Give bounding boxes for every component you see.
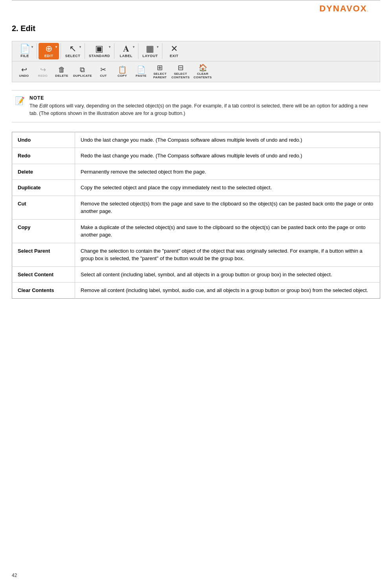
toolbar-btn2-cut[interactable]: ✂CUT: [94, 65, 113, 79]
redo-label2: REDO: [38, 74, 48, 78]
table-term: Clear Contents: [12, 283, 75, 299]
toolbar-row-2: ↩UNDO↪REDO🗑DELETE⧉DUPLICATE✂CUT📋COPY📄PAS…: [12, 61, 380, 82]
content-table: UndoUndo the last change you made. (The …: [12, 132, 380, 299]
table-definition: Select all content (including label, sym…: [75, 266, 380, 283]
file-dropdown-arrow: ▼: [31, 45, 34, 49]
toolbar-btn2-select_parent[interactable]: ⊞SELECT PARENT: [151, 63, 169, 80]
toolbar-btn-layout[interactable]: ▦▼LAYOUT: [140, 43, 160, 59]
divider-after-edit: [61, 43, 61, 59]
table-term: Redo: [12, 148, 75, 164]
copy-label2: COPY: [118, 74, 127, 78]
divider-after-standard: [114, 43, 114, 59]
toolbar-row-1: 📄▼FILE⊕▼EDIT↖▼SELECT▣▼STANDARD𝐀▼LABEL▦▼L…: [12, 41, 380, 61]
select-icon: ↖: [69, 44, 76, 53]
toolbar-btn2-select_contents[interactable]: ⊟SELECT CONTENTS: [169, 63, 191, 80]
note-section: 📝 Note The Edit options will vary, depen…: [12, 90, 380, 122]
table-definition: Undo the last change you made. (The Comp…: [75, 132, 380, 148]
table-term: Delete: [12, 164, 75, 180]
clear_contents-icon2: 🏠: [199, 64, 207, 71]
divider-after-select: [85, 43, 85, 59]
table-definition: Redo the last change you made. (The Comp…: [75, 148, 380, 164]
table-row: Clear ContentsRemove all content (includ…: [12, 283, 380, 299]
layout-icon: ▦: [146, 44, 154, 53]
logo-dot: .: [367, 7, 368, 13]
duplicate-icon2: ⧉: [80, 66, 85, 73]
table-row: Select ContentSelect all content (includ…: [12, 266, 380, 283]
toolbar-btn-select[interactable]: ↖▼SELECT: [63, 43, 83, 59]
toolbar-btn-label[interactable]: 𝐀▼LABEL: [116, 43, 136, 59]
table-definition: Change the selection to contain the "par…: [75, 243, 380, 266]
table-term: Select Content: [12, 266, 75, 283]
redo-icon2: ↪: [40, 66, 46, 73]
table-term: Duplicate: [12, 180, 75, 196]
select_parent-label2: SELECT PARENT: [153, 72, 167, 79]
table-row: CutRemove the selected object(s) from th…: [12, 196, 380, 219]
undo-icon2: ↩: [21, 66, 27, 73]
layout-dropdown-arrow: ▼: [156, 45, 159, 49]
toolbar-btn-exit[interactable]: ✕EXIT: [164, 43, 184, 59]
table-term: Copy: [12, 219, 75, 243]
paste-icon2: 📄: [137, 66, 145, 73]
note-icon: 📝: [15, 96, 25, 105]
table-row: DuplicateCopy the selected object and pl…: [12, 180, 380, 196]
toolbar-btn2-delete[interactable]: 🗑DELETE: [52, 65, 71, 79]
exit-icon: ✕: [171, 44, 178, 53]
toolbar-btn2-copy[interactable]: 📋COPY: [113, 65, 132, 79]
cut-icon2: ✂: [100, 66, 106, 73]
table-definition: Remove all content (including label, sym…: [75, 283, 380, 299]
delete-icon2: 🗑: [58, 66, 65, 73]
standard-icon: ▣: [95, 44, 103, 53]
file-icon: 📄: [20, 44, 30, 53]
clear_contents-label2: CLEAR CONTENTS: [193, 72, 212, 79]
table-row: UndoUndo the last change you made. (The …: [12, 132, 380, 148]
toolbar-btn-edit[interactable]: ⊕▼EDIT: [39, 43, 59, 59]
toolbar-container: 📄▼FILE⊕▼EDIT↖▼SELECT▣▼STANDARD𝐀▼LABEL▦▼L…: [12, 41, 380, 82]
logo: DYNAVOX.: [319, 4, 368, 14]
standard-dropdown-arrow: ▼: [108, 45, 111, 49]
paste-label2: PASTE: [136, 74, 147, 78]
page-number: 42: [12, 573, 17, 578]
table-term: Undo: [12, 132, 75, 148]
table-definition: Copy the selected object and place the c…: [75, 180, 380, 196]
label-dropdown-arrow: ▼: [132, 45, 135, 49]
page-header: 2. Edit: [12, 24, 380, 33]
toolbar-btn2-duplicate[interactable]: ⧉DUPLICATE: [71, 65, 94, 79]
edit-label: EDIT: [44, 54, 53, 58]
table-row: RedoRedo the last change you made. (The …: [12, 148, 380, 164]
undo-label2: UNDO: [19, 74, 29, 78]
toolbar-btn2-paste[interactable]: 📄PASTE: [132, 65, 151, 79]
table-term: Cut: [12, 196, 75, 219]
edit-dropdown-arrow: ▼: [55, 45, 58, 49]
note-text: The Edit options will vary, depending on…: [29, 102, 377, 117]
divider-after-file: [37, 43, 37, 59]
table-row: Select ParentChange the selection to con…: [12, 243, 380, 266]
toolbar-btn-standard[interactable]: ▣▼STANDARD: [86, 43, 112, 59]
toolbar-btn2-clear_contents[interactable]: 🏠CLEAR CONTENTS: [191, 63, 213, 80]
label-label: LABEL: [120, 54, 133, 58]
table-definition: Permanently remove the selected object f…: [75, 164, 380, 180]
divider-after-layout: [162, 43, 162, 59]
select_contents-icon2: ⊟: [178, 64, 184, 71]
divider-after-label: [138, 43, 138, 59]
layout-label: LAYOUT: [142, 54, 158, 58]
table-row: DeletePermanently remove the selected ob…: [12, 164, 380, 180]
label-icon: 𝐀: [123, 44, 129, 53]
toolbar-btn2-redo[interactable]: ↪REDO: [33, 65, 52, 79]
duplicate-label2: DUPLICATE: [73, 74, 92, 78]
logo-text: DYNAVOX: [319, 4, 367, 13]
select-dropdown-arrow: ▼: [79, 45, 82, 49]
standard-label: STANDARD: [89, 54, 110, 58]
edit-icon: ⊕: [45, 44, 52, 53]
table-term: Select Parent: [12, 243, 75, 266]
select_parent-icon2: ⊞: [157, 64, 163, 71]
toolbar-btn2-undo[interactable]: ↩UNDO: [15, 65, 33, 79]
toolbar-btn-file[interactable]: 📄▼FILE: [15, 43, 35, 59]
copy-icon2: 📋: [118, 66, 127, 73]
page-title: 2. Edit: [12, 24, 380, 33]
table-definition: Make a duplicate of the selected object(…: [75, 219, 380, 243]
delete-label2: DELETE: [55, 74, 68, 78]
table-row: CopyMake a duplicate of the selected obj…: [12, 219, 380, 243]
select-label: SELECT: [65, 54, 81, 58]
exit-label: EXIT: [170, 54, 179, 58]
cut-label2: CUT: [100, 74, 107, 78]
